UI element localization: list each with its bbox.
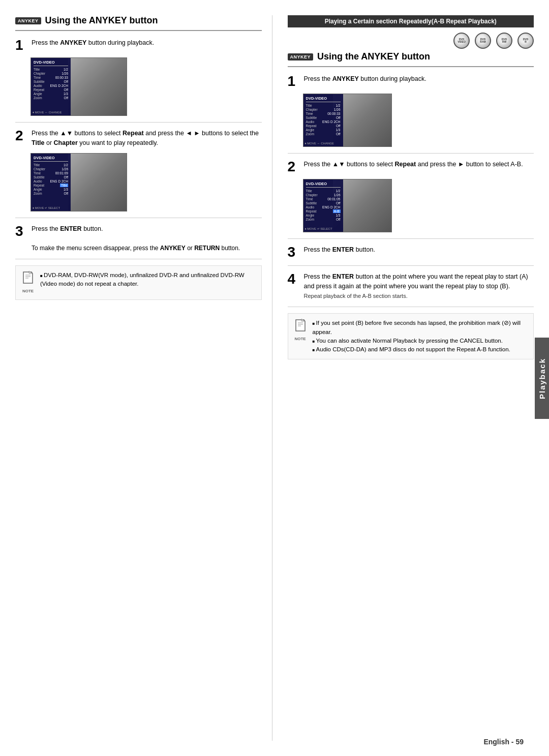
right-divider-2 <box>288 153 534 154</box>
anykey-badge-right: ANYKEY <box>288 53 314 61</box>
left-dvd-footer-2: ♦ MOVE ↵ SELECT <box>33 206 60 209</box>
left-section-title: Using the ANYKEY button <box>45 15 158 26</box>
right-banner: Playing a Certain section Repeatedly(A-B… <box>288 15 534 27</box>
right-step1-bold: ANYKEY <box>332 75 359 82</box>
left-bird-bg-2 <box>68 154 127 211</box>
page-footer-text: English - 59 <box>483 738 524 746</box>
left-dvd-row-1-6: RepeatOff <box>34 88 68 92</box>
left-note-text: DVD-RAM, DVD-RW(VR mode), unfinalized DV… <box>40 271 256 294</box>
right-step4-sub: Repeat playback of the A-B section start… <box>304 293 408 299</box>
left-step3-content: Press the ENTER button. <box>32 224 262 238</box>
right-dvd-row-1-3: Time00:00:33 <box>306 112 341 115</box>
right-dvd-row-1-7: Angle1/3 <box>306 128 341 132</box>
right-step4-content: Press the ENTER button at the point wher… <box>304 272 534 300</box>
left-dvd-footer-1: ♦ MOVE ↔ CHANGE <box>33 111 62 114</box>
left-dvd-screen-2: DVD-VIDEO Title1/2 Chapter1/26 Time00:01… <box>30 153 127 211</box>
left-section-header: ANYKEY Using the ANYKEY button <box>15 15 262 26</box>
side-tab-label: Playback <box>538 357 546 399</box>
left-dvd-row-1-5: AudioENG D 2CH <box>34 84 68 87</box>
right-dvd-row-1-5: AudioENG D 2CH <box>306 120 341 124</box>
right-dvd-row-2-2: Chapter1/26 <box>306 193 341 197</box>
left-dvd-overlay-1: DVD-VIDEO Title1/2 Chapter1/26 Time00:00… <box>31 58 71 115</box>
right-note-item-2: You can also activate Normal Playback by… <box>313 337 529 345</box>
left-dvd-row-2-1: Title1/2 <box>34 163 68 167</box>
left-step1-content: Press the ANYKEY button during playback. <box>32 38 262 52</box>
left-note-item-1: DVD-RAM, DVD-RW(VR mode), unfinalized DV… <box>40 271 256 289</box>
right-step4-num: 4 <box>288 272 299 300</box>
left-step1-bold: ANYKEY <box>60 39 86 46</box>
right-step3-enter: ENTER <box>332 246 354 253</box>
disc-icon-dvd-rw: DVDRW <box>496 33 512 49</box>
left-dvd-row-1-1: Title1/2 <box>34 68 68 71</box>
right-divider-3 <box>288 238 534 239</box>
right-divider-top <box>288 66 534 67</box>
left-step3-num: 3 <box>15 224 26 238</box>
left-step2-content: Press the ▲▼ buttons to select Repeat an… <box>32 129 262 148</box>
left-dvd-overlay-2: DVD-VIDEO Title1/2 Chapter1/26 Time00:01… <box>31 154 71 211</box>
left-dvd-screen-1: DVD-VIDEO Title1/2 Chapter1/26 Time00:00… <box>30 57 127 116</box>
right-step2-arrows: ▲▼ <box>332 161 345 168</box>
right-dvd-screen-1: DVD-VIDEO Title1/2 Chapter1/26 Time00:00… <box>303 94 392 147</box>
left-dvd-title-1: DVD-VIDEO <box>34 60 68 66</box>
right-dvd-title-2: DVD-VIDEO <box>306 182 341 188</box>
right-dvd-row-2-8: ZoomOff <box>306 218 341 221</box>
left-note-icon-wrap: NOTE <box>21 271 35 294</box>
right-step2-repeat: Repeat <box>395 161 416 168</box>
left-column: ANYKEY Using the ANYKEY button 1 Press t… <box>15 15 272 741</box>
right-dvd-row-2-1: Title1/2 <box>306 189 341 193</box>
left-dvd-row-2-3: Time00:01:09 <box>34 171 68 175</box>
right-dvd-row-2-6: RepeatA-B <box>306 209 341 213</box>
right-dvd-title-1: DVD-VIDEO <box>306 96 341 102</box>
left-dvd-row-1-3: Time00:00:33 <box>34 76 68 79</box>
right-step1: 1 Press the ANYKEY button during playbac… <box>288 74 534 88</box>
left-step2-arrows: ▲▼ <box>60 130 73 137</box>
right-dvd-row-1-4: SubtitleOff <box>306 116 341 119</box>
disc-icon-dvd-r: DVDR <box>517 33 534 49</box>
right-note-item-1: If you set point (B) before five seconds… <box>313 319 529 337</box>
left-step2-title: Title <box>32 139 44 146</box>
left-step3: 3 Press the ENTER button. <box>15 224 262 238</box>
right-divider-4 <box>288 265 534 266</box>
right-step2: 2 Press the ▲▼ buttons to select Repeat … <box>288 160 534 174</box>
right-step3-num: 3 <box>288 245 299 259</box>
left-dvd-row-2-2: Chapter1/26 <box>34 167 68 171</box>
right-dvd-row-1-6: RepeatOff <box>306 124 341 128</box>
right-dvd-row-1-2: Chapter1/26 <box>306 108 341 111</box>
left-divider-top <box>15 30 262 31</box>
right-step4-enter: ENTER <box>332 273 354 280</box>
left-dvd-row-1-8: ZoomOff <box>34 96 68 100</box>
left-step3-anykey: ANYKEY <box>160 245 186 252</box>
right-note-icon-wrap: NOTE <box>293 319 308 354</box>
right-dvd-row-1-1: Title1/2 <box>306 104 341 107</box>
left-divider-3 <box>15 218 262 218</box>
left-step3-sub: To make the menu screen disappear, press… <box>32 244 262 253</box>
right-dvd-overlay-2: DVD-VIDEO Title1/2 Chapter1/26 Time00:01… <box>303 179 343 232</box>
left-dvd-title-2: DVD-VIDEO <box>34 156 68 162</box>
right-step2-num: 2 <box>288 160 299 174</box>
left-step1-num: 1 <box>15 38 26 52</box>
left-note-box: NOTE DVD-RAM, DVD-RW(VR mode), unfinaliz… <box>15 265 262 300</box>
right-dvd-screen-2: DVD-VIDEO Title1/2 Chapter1/26 Time00:01… <box>303 179 392 232</box>
right-note-label: NOTE <box>294 336 306 342</box>
left-dvd-row-2-7: Angle1/3 <box>34 188 68 191</box>
right-dvd-row-2-5: AudioENG D 2CH <box>306 205 341 209</box>
right-step2-content: Press the ▲▼ buttons to select Repeat an… <box>304 160 534 174</box>
left-note-icon <box>21 271 35 287</box>
disc-icons-row: DVDVIDEO DVDRAM DVDRW DVDR <box>288 33 534 49</box>
side-tab: Playback <box>535 338 549 419</box>
right-dvd-overlay-1: DVD-VIDEO Title1/2 Chapter1/26 Time00:00… <box>303 94 343 146</box>
right-dvd-footer-1: ♦ MOVE ↔ CHANGE <box>305 142 334 145</box>
left-dvd-row-1-7: Angle1/3 <box>34 92 68 96</box>
left-dvd-row-2-8: ZoomOff <box>34 192 68 195</box>
left-step2-arrows2: ◄ ► <box>186 130 200 137</box>
left-dvd-row-2-5: AudioENG D 2CH <box>34 179 68 183</box>
left-note-label: NOTE <box>22 288 34 294</box>
left-dvd-row-1-4: SubtitleOff <box>34 80 68 83</box>
page-footer: English - 59 <box>483 738 524 746</box>
left-step1: 1 Press the ANYKEY button during playbac… <box>15 38 262 52</box>
right-note-box: NOTE If you set point (B) before five se… <box>288 313 534 359</box>
right-step2-arrow: ► <box>458 161 464 168</box>
left-dvd-row-1-2: Chapter1/26 <box>34 72 68 75</box>
left-dvd-row-2-6: RepeatTitle <box>34 184 68 187</box>
left-dvd-row-2-4: SubtitleOff <box>34 175 68 179</box>
